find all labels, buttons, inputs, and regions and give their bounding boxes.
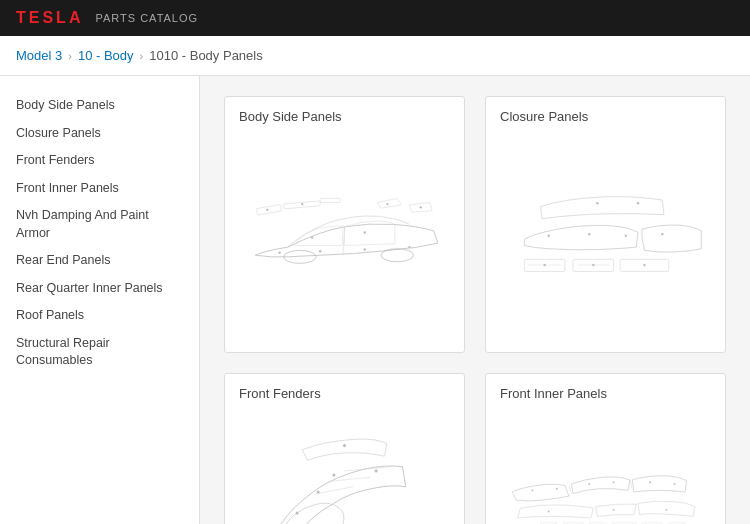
front-fenders-svg [239,417,450,524]
sidebar-item-front-fenders[interactable]: Front Fenders [0,147,199,175]
panel-section-closure-image [486,132,725,352]
svg-point-15 [420,206,422,208]
svg-point-53 [613,509,615,511]
svg-point-24 [661,233,663,235]
panel-section-body-side-title: Body Side Panels [225,97,464,132]
panel-section-body-side-image [225,132,464,352]
breadcrumb: Model 3 › 10 - Body › 1010 - Body Panels [0,36,750,76]
svg-point-37 [343,444,346,447]
svg-rect-5 [320,198,340,202]
panel-section-front-inner-title: Front Inner Panels [486,374,725,409]
closure-svg [500,164,711,314]
breadcrumb-sep-2: › [140,50,144,62]
svg-point-10 [311,236,313,238]
panel-section-body-side[interactable]: Body Side Panels [224,96,465,353]
panels-grid: Body Side Panels [224,96,726,524]
sidebar-item-closure-panels[interactable]: Closure Panels [0,120,199,148]
sidebar-item-rear-quarter-panels[interactable]: Rear Quarter Inner Panels [0,275,199,303]
tesla-logo: TESLA [16,9,83,27]
svg-point-9 [408,246,410,248]
svg-point-26 [637,202,639,204]
sidebar-item-nvh-damping[interactable]: Nvh Damping And Paint Armor [0,202,199,247]
breadcrumb-body[interactable]: 10 - Body [78,48,134,63]
panel-section-front-fenders[interactable]: Front Fenders [224,373,465,524]
svg-point-46 [531,489,533,491]
panel-section-front-fenders-image [225,409,464,524]
body-side-svg [239,164,450,314]
svg-point-34 [375,469,378,472]
svg-point-6 [278,252,280,254]
breadcrumb-model3[interactable]: Model 3 [16,48,62,63]
sidebar-item-body-side-panels[interactable]: Body Side Panels [0,92,199,120]
svg-point-25 [596,202,598,204]
svg-point-14 [386,203,388,205]
svg-line-39 [630,480,632,490]
sidebar-item-structural-repair[interactable]: Structural Repair Consumables [0,330,199,375]
svg-point-12 [266,209,268,211]
main-content: Body Side Panels [200,76,750,524]
svg-point-50 [649,481,651,483]
svg-point-48 [588,483,590,485]
sidebar-item-rear-end-panels[interactable]: Rear End Panels [0,247,199,275]
svg-line-38 [569,486,571,494]
svg-point-13 [301,203,303,205]
svg-line-32 [315,487,353,494]
sidebar: Body Side Panels Closure Panels Front Fe… [0,76,200,524]
svg-point-27 [543,264,545,266]
svg-point-21 [547,235,549,237]
svg-point-51 [674,483,676,485]
svg-point-8 [364,248,366,250]
front-inner-svg [500,417,711,524]
panel-section-front-fenders-title: Front Fenders [225,374,464,409]
breadcrumb-current: 1010 - Body Panels [149,48,262,63]
svg-point-22 [588,233,590,235]
svg-line-30 [345,467,392,471]
svg-point-7 [319,250,321,252]
svg-point-33 [332,474,335,477]
svg-point-52 [548,511,550,513]
panel-section-closure-title: Closure Panels [486,97,725,132]
svg-point-47 [556,488,558,490]
panel-section-front-inner[interactable]: Front Inner Panels [485,373,726,524]
svg-point-54 [665,509,667,511]
sidebar-item-front-inner-panels[interactable]: Front Inner Panels [0,175,199,203]
svg-point-28 [592,264,594,266]
svg-point-11 [364,231,366,233]
svg-point-36 [295,512,298,515]
breadcrumb-sep-1: › [68,50,72,62]
svg-point-29 [643,264,645,266]
svg-point-23 [625,235,627,237]
catalog-title: PARTS CATALOG [95,12,198,24]
sidebar-item-roof-panels[interactable]: Roof Panels [0,302,199,330]
svg-point-49 [613,481,615,483]
panel-section-front-inner-image [486,409,725,524]
svg-rect-3 [256,204,281,215]
svg-point-35 [317,490,320,493]
page-layout: Body Side Panels Closure Panels Front Fe… [0,76,750,524]
svg-point-1 [381,249,413,262]
header: TESLA PARTS CATALOG [0,0,750,36]
panel-section-closure[interactable]: Closure Panels [485,96,726,353]
